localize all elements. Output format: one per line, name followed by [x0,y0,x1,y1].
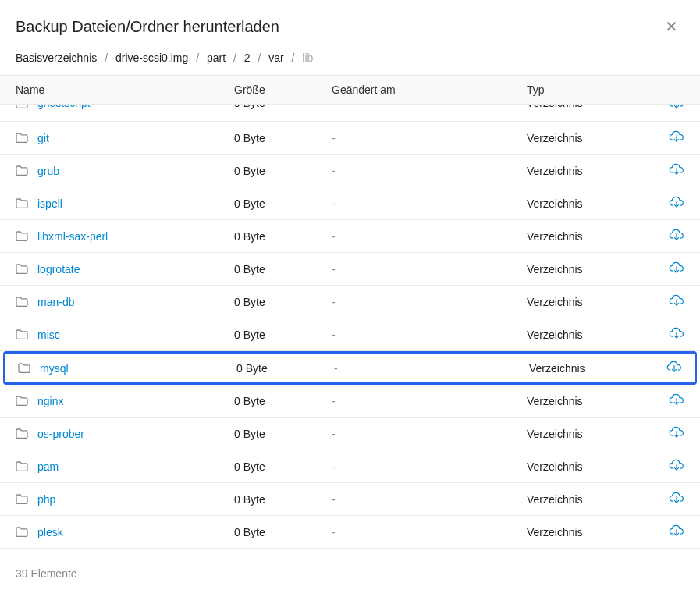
cell-size: 0 Byte [234,493,332,506]
col-header-name[interactable]: Name [16,84,234,96]
table-row[interactable]: mysql0 Byte-Verzeichnis [3,351,697,385]
cell-modified: - [332,395,527,407]
breadcrumb-item[interactable]: var [268,52,283,64]
folder-icon [16,396,28,406]
cell-name: nginx [16,395,234,407]
col-header-size[interactable]: Größe [234,84,332,96]
folder-icon [16,428,28,439]
col-header-modified[interactable]: Geändert am [332,84,527,96]
col-header-type[interactable]: Typ [527,84,653,96]
cloud-download-icon[interactable] [669,105,684,109]
table-row[interactable]: nginx0 Byte-Verzeichnis [0,385,700,418]
breadcrumb-item[interactable]: drive-scsi0.img [115,52,188,64]
cloud-download-icon[interactable] [669,294,684,307]
breadcrumb-sep: / [292,52,295,64]
cell-type: Verzeichnis [527,493,653,506]
table-header-row: Name Größe Geändert am Typ [0,76,700,105]
folder-name-link[interactable]: git [37,132,49,144]
cell-modified: - [334,362,529,375]
breadcrumb: Basisverzeichnis / drive-scsi0.img / par… [0,52,700,75]
download-button[interactable] [653,524,684,539]
download-button[interactable] [653,105,684,112]
breadcrumb-item[interactable]: part [207,52,226,64]
table-row[interactable]: plesk0 Byte-Verzeichnis [0,516,700,549]
folder-icon [16,329,28,339]
cell-modified: - [332,132,527,144]
backup-download-dialog: Backup Dateien/Ordner herunterladen ✕ Ba… [0,0,700,597]
cell-modified: - [332,263,527,275]
download-button[interactable] [653,130,684,145]
folder-name-link[interactable]: php [37,493,55,506]
folder-name-link[interactable]: misc [37,329,60,341]
table-row[interactable]: pam0 Byte-Verzeichnis [0,450,700,483]
download-button[interactable] [653,229,684,243]
cloud-download-icon[interactable] [669,426,684,439]
cloud-download-icon[interactable] [669,229,684,241]
cell-type: Verzeichnis [527,428,653,440]
cloud-download-icon[interactable] [669,163,684,176]
table-row[interactable]: grub0 Byte-Verzeichnis [0,155,700,187]
cell-size: 0 Byte [234,165,332,177]
download-button[interactable] [653,163,684,178]
breadcrumb-sep: / [196,52,199,64]
cell-type: Verzeichnis [527,132,653,144]
download-button[interactable] [653,492,684,506]
cell-size: 0 Byte [234,460,332,473]
folder-name-link[interactable]: logrotate [37,263,80,275]
folder-name-link[interactable]: pam [37,460,59,473]
close-icon[interactable]: ✕ [660,16,683,37]
download-button[interactable] [653,327,684,342]
breadcrumb-item[interactable]: Basisverzeichnis [16,52,97,64]
cell-modified: - [332,460,527,473]
download-button[interactable] [653,426,684,441]
cloud-download-icon[interactable] [669,130,684,143]
cloud-download-icon[interactable] [669,524,684,537]
cloud-download-icon[interactable] [666,361,682,373]
cell-size: 0 Byte [234,230,332,243]
folder-name-link[interactable]: nginx [37,395,63,407]
table-row[interactable]: logrotate0 Byte-Verzeichnis [0,253,700,286]
folder-name-link[interactable]: man-db [37,296,74,308]
cell-modified: - [332,428,527,440]
folder-icon [16,461,28,471]
download-button[interactable] [653,294,684,309]
folder-name-link[interactable]: libxml-sax-perl [37,230,108,243]
table-row[interactable]: os-prober0 Byte-Verzeichnis [0,418,700,450]
cell-name: libxml-sax-perl [16,230,234,243]
folder-name-link[interactable]: os-prober [37,428,84,440]
cloud-download-icon[interactable] [669,261,684,274]
folder-name-link[interactable]: plesk [37,526,63,538]
cell-modified: - [332,296,527,308]
download-button[interactable] [653,261,684,276]
folder-icon [16,105,28,108]
download-button[interactable] [653,393,684,408]
cloud-download-icon[interactable] [669,327,684,339]
download-button[interactable] [651,361,682,375]
download-button[interactable] [653,196,684,211]
cell-type: Verzeichnis [527,263,653,275]
table-row[interactable]: php0 Byte-Verzeichnis [0,483,700,516]
download-button[interactable] [653,459,684,474]
table-row[interactable]: libxml-sax-perl0 Byte-Verzeichnis [0,220,700,253]
cloud-download-icon[interactable] [669,459,684,471]
table-row[interactable]: ghostscript0 Byte-Verzeichnis [0,105,700,122]
cell-name: ispell [16,197,234,210]
cell-type: Verzeichnis [529,362,651,375]
folder-name-link[interactable]: ghostscript [37,105,91,109]
table-body[interactable]: ghostscript0 Byte-Verzeichnisgit0 Byte-V… [0,105,700,549]
folder-name-link[interactable]: grub [37,165,59,177]
table-row[interactable]: misc0 Byte-Verzeichnis [0,318,700,351]
cloud-download-icon[interactable] [669,393,684,406]
cloud-download-icon[interactable] [669,196,684,208]
breadcrumb-item[interactable]: 2 [244,52,251,64]
cloud-download-icon[interactable] [669,492,684,504]
table-row[interactable]: ispell0 Byte-Verzeichnis [0,187,700,220]
folder-name-link[interactable]: ispell [37,197,62,210]
cell-type: Verzeichnis [527,460,653,473]
cell-name: ghostscript [16,105,234,109]
cell-type: Verzeichnis [527,197,653,210]
table-row[interactable]: man-db0 Byte-Verzeichnis [0,286,700,318]
table-row[interactable]: git0 Byte-Verzeichnis [0,122,700,155]
folder-name-link[interactable]: mysql [40,362,69,375]
cell-size: 0 Byte [234,329,332,341]
